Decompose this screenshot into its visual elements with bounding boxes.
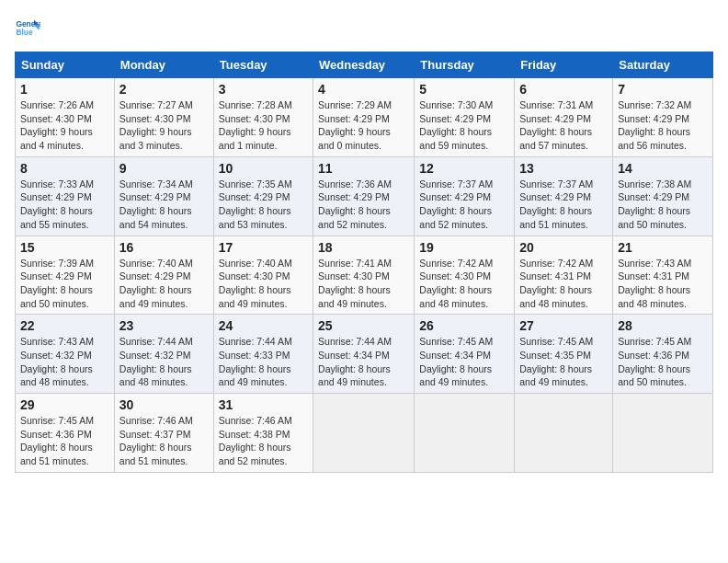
- day-number: 30: [119, 397, 209, 412]
- day-number: 7: [618, 82, 708, 97]
- day-info: Sunrise: 7:41 AMSunset: 4:30 PMDaylight:…: [318, 257, 409, 311]
- day-info: Sunrise: 7:37 AMSunset: 4:29 PMDaylight:…: [519, 178, 608, 232]
- day-info: Sunrise: 7:45 AMSunset: 4:34 PMDaylight:…: [419, 335, 509, 389]
- day-info: Sunrise: 7:34 AMSunset: 4:29 PMDaylight:…: [119, 178, 209, 232]
- week-row-4: 22Sunrise: 7:43 AMSunset: 4:32 PMDayligh…: [16, 315, 713, 394]
- day-cell: 31Sunrise: 7:46 AMSunset: 4:38 PMDayligh…: [213, 394, 313, 473]
- day-cell: 3Sunrise: 7:28 AMSunset: 4:30 PMDaylight…: [213, 78, 313, 157]
- day-cell: 23Sunrise: 7:44 AMSunset: 4:32 PMDayligh…: [114, 315, 213, 394]
- day-info: Sunrise: 7:46 AMSunset: 4:37 PMDaylight:…: [119, 414, 209, 468]
- day-cell: 15Sunrise: 7:39 AMSunset: 4:29 PMDayligh…: [16, 236, 115, 315]
- day-cell: 16Sunrise: 7:40 AMSunset: 4:29 PMDayligh…: [114, 236, 213, 315]
- day-cell: 20Sunrise: 7:42 AMSunset: 4:31 PMDayligh…: [515, 236, 613, 315]
- day-number: 2: [119, 82, 209, 97]
- day-number: 9: [119, 161, 209, 176]
- day-info: Sunrise: 7:36 AMSunset: 4:29 PMDaylight:…: [318, 178, 409, 232]
- day-number: 14: [618, 161, 708, 176]
- day-number: 25: [318, 318, 409, 333]
- day-number: 22: [20, 318, 109, 333]
- day-number: 5: [419, 82, 509, 97]
- header-cell-thursday: Thursday: [415, 52, 515, 78]
- day-info: Sunrise: 7:32 AMSunset: 4:29 PMDaylight:…: [618, 98, 708, 153]
- day-cell: 21Sunrise: 7:43 AMSunset: 4:31 PMDayligh…: [613, 236, 713, 315]
- day-number: 3: [219, 82, 308, 97]
- day-info: Sunrise: 7:45 AMSunset: 4:36 PMDaylight:…: [20, 414, 109, 468]
- day-number: 17: [219, 240, 308, 255]
- day-number: 10: [219, 161, 308, 176]
- day-info: Sunrise: 7:28 AMSunset: 4:30 PMDaylight:…: [219, 98, 308, 153]
- day-number: 16: [119, 240, 209, 255]
- day-info: Sunrise: 7:30 AMSunset: 4:29 PMDaylight:…: [419, 98, 509, 153]
- day-number: 21: [618, 240, 708, 255]
- header-cell-monday: Monday: [114, 52, 213, 78]
- day-cell: 12Sunrise: 7:37 AMSunset: 4:29 PMDayligh…: [415, 156, 515, 236]
- day-cell: 9Sunrise: 7:34 AMSunset: 4:29 PMDaylight…: [114, 156, 213, 236]
- day-info: Sunrise: 7:45 AMSunset: 4:36 PMDaylight:…: [618, 335, 708, 389]
- day-info: Sunrise: 7:33 AMSunset: 4:29 PMDaylight:…: [20, 178, 109, 232]
- day-cell: 30Sunrise: 7:46 AMSunset: 4:37 PMDayligh…: [114, 394, 213, 473]
- week-row-5: 29Sunrise: 7:45 AMSunset: 4:36 PMDayligh…: [16, 394, 713, 473]
- day-number: 29: [20, 397, 109, 412]
- week-row-2: 8Sunrise: 7:33 AMSunset: 4:29 PMDaylight…: [16, 156, 713, 236]
- logo-icon: General Blue: [15, 15, 40, 40]
- day-cell: 4Sunrise: 7:29 AMSunset: 4:29 PMDaylight…: [313, 78, 415, 157]
- header-cell-wednesday: Wednesday: [313, 52, 415, 78]
- day-info: Sunrise: 7:35 AMSunset: 4:29 PMDaylight:…: [219, 178, 308, 232]
- day-cell: 25Sunrise: 7:44 AMSunset: 4:34 PMDayligh…: [313, 315, 415, 394]
- header-cell-saturday: Saturday: [613, 52, 713, 78]
- day-number: 19: [419, 240, 509, 255]
- day-number: 23: [119, 318, 209, 333]
- day-number: 12: [419, 161, 509, 176]
- day-cell: 2Sunrise: 7:27 AMSunset: 4:30 PMDaylight…: [114, 78, 213, 157]
- day-info: Sunrise: 7:38 AMSunset: 4:29 PMDaylight:…: [618, 178, 708, 232]
- day-number: 20: [519, 240, 608, 255]
- day-number: 27: [519, 318, 608, 333]
- day-info: Sunrise: 7:26 AMSunset: 4:30 PMDaylight:…: [20, 98, 109, 153]
- day-info: Sunrise: 7:42 AMSunset: 4:30 PMDaylight:…: [419, 257, 509, 311]
- day-cell: 27Sunrise: 7:45 AMSunset: 4:35 PMDayligh…: [515, 315, 613, 394]
- day-number: 1: [20, 82, 109, 97]
- day-info: Sunrise: 7:29 AMSunset: 4:29 PMDaylight:…: [318, 98, 409, 153]
- day-number: 13: [519, 161, 608, 176]
- day-info: Sunrise: 7:44 AMSunset: 4:34 PMDaylight:…: [318, 335, 409, 389]
- day-cell: 1Sunrise: 7:26 AMSunset: 4:30 PMDaylight…: [16, 78, 115, 157]
- day-info: Sunrise: 7:37 AMSunset: 4:29 PMDaylight:…: [419, 178, 509, 232]
- day-number: 31: [219, 397, 308, 412]
- header-cell-tuesday: Tuesday: [213, 52, 313, 78]
- calendar-table: SundayMondayTuesdayWednesdayThursdayFrid…: [15, 52, 713, 473]
- day-info: Sunrise: 7:39 AMSunset: 4:29 PMDaylight:…: [20, 257, 109, 311]
- day-number: 11: [318, 161, 409, 176]
- day-info: Sunrise: 7:45 AMSunset: 4:35 PMDaylight:…: [519, 335, 608, 389]
- day-number: 26: [419, 318, 509, 333]
- day-cell: 11Sunrise: 7:36 AMSunset: 4:29 PMDayligh…: [313, 156, 415, 236]
- day-cell: [613, 394, 713, 473]
- day-cell: [313, 394, 415, 473]
- day-info: Sunrise: 7:44 AMSunset: 4:32 PMDaylight:…: [119, 335, 209, 389]
- day-info: Sunrise: 7:42 AMSunset: 4:31 PMDaylight:…: [519, 257, 608, 311]
- day-number: 4: [318, 82, 409, 97]
- day-cell: 28Sunrise: 7:45 AMSunset: 4:36 PMDayligh…: [613, 315, 713, 394]
- day-cell: 13Sunrise: 7:37 AMSunset: 4:29 PMDayligh…: [515, 156, 613, 236]
- day-number: 24: [219, 318, 308, 333]
- day-cell: 7Sunrise: 7:32 AMSunset: 4:29 PMDaylight…: [613, 78, 713, 157]
- page-header: General Blue: [15, 15, 713, 40]
- day-number: 28: [618, 318, 708, 333]
- day-info: Sunrise: 7:43 AMSunset: 4:31 PMDaylight:…: [618, 257, 708, 311]
- day-info: Sunrise: 7:31 AMSunset: 4:29 PMDaylight:…: [519, 98, 608, 153]
- svg-text:Blue: Blue: [16, 28, 32, 37]
- day-info: Sunrise: 7:43 AMSunset: 4:32 PMDaylight:…: [20, 335, 109, 389]
- header-cell-sunday: Sunday: [16, 52, 115, 78]
- day-cell: 8Sunrise: 7:33 AMSunset: 4:29 PMDaylight…: [16, 156, 115, 236]
- day-number: 15: [20, 240, 109, 255]
- day-cell: [515, 394, 613, 473]
- day-cell: [415, 394, 515, 473]
- day-info: Sunrise: 7:27 AMSunset: 4:30 PMDaylight:…: [119, 98, 209, 153]
- day-cell: 14Sunrise: 7:38 AMSunset: 4:29 PMDayligh…: [613, 156, 713, 236]
- day-cell: 19Sunrise: 7:42 AMSunset: 4:30 PMDayligh…: [415, 236, 515, 315]
- day-cell: 17Sunrise: 7:40 AMSunset: 4:30 PMDayligh…: [213, 236, 313, 315]
- day-cell: 10Sunrise: 7:35 AMSunset: 4:29 PMDayligh…: [213, 156, 313, 236]
- week-row-1: 1Sunrise: 7:26 AMSunset: 4:30 PMDaylight…: [16, 78, 713, 157]
- day-number: 6: [519, 82, 608, 97]
- day-cell: 29Sunrise: 7:45 AMSunset: 4:36 PMDayligh…: [16, 394, 115, 473]
- day-info: Sunrise: 7:44 AMSunset: 4:33 PMDaylight:…: [219, 335, 308, 389]
